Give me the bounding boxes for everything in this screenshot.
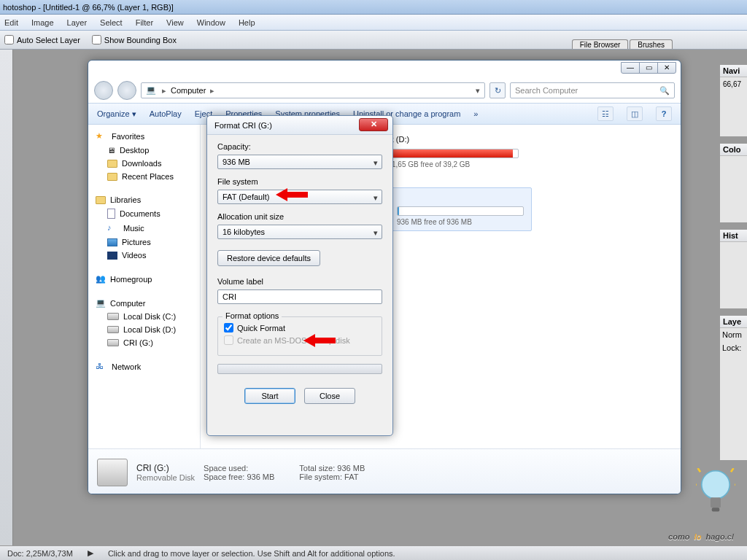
fs-label: File system	[217, 177, 382, 186]
drive-d-free: 1,65 GB free of 39,2 GB	[392, 160, 519, 168]
details-type: Removable Disk	[136, 473, 195, 482]
capacity-label: Capacity:	[217, 142, 382, 151]
annotation-arrow-quickformat	[303, 334, 336, 347]
star-icon: ★	[96, 131, 107, 141]
folder-icon	[107, 173, 117, 181]
sidebar-recent[interactable]: Recent Places	[96, 170, 200, 183]
computer-icon: 💻	[96, 298, 106, 308]
videos-icon	[107, 252, 117, 260]
panel-color[interactable]: Colo	[720, 144, 747, 156]
menu-edit[interactable]: Edit	[4, 18, 18, 27]
help-button[interactable]: ?	[656, 106, 672, 121]
document-icon	[107, 209, 115, 219]
volume-label-label: Volume label	[217, 277, 382, 286]
preview-pane-button[interactable]: ◫	[627, 106, 643, 121]
sidebar-computer[interactable]: 💻Computer	[96, 296, 200, 310]
quick-format-checkbox[interactable]: Quick Format	[224, 323, 376, 332]
view-menu[interactable]: ☷	[597, 106, 614, 121]
folder-icon	[107, 160, 117, 168]
svg-rect-2	[712, 508, 720, 511]
photoshop-statusbar: Doc: 2,25M/3,73M ▶ Click and drag to mov…	[0, 545, 747, 560]
sidebar-pictures[interactable]: Pictures	[96, 236, 200, 249]
msdos-checkbox: Create an MS-DOS startup disk	[224, 335, 376, 345]
search-input[interactable]: Search Computer 🔍	[510, 82, 675, 98]
sidebar-music[interactable]: ♪Music	[96, 221, 200, 236]
details-pane: CRI (G:) Removable Disk Space used: Spac…	[88, 448, 681, 494]
opt-bounding[interactable]: Show Bounding Box	[92, 35, 177, 44]
sidebar-network[interactable]: 🖧Network	[96, 359, 200, 374]
status-hint: Click and drag to move layer or selectio…	[108, 549, 395, 558]
menu-view[interactable]: View	[166, 18, 184, 27]
breadcrumb[interactable]: 💻 ▸ Computer ▸ ▾	[141, 82, 485, 98]
homegroup-icon: 👥	[96, 274, 106, 284]
photoshop-options: Auto Select Layer Show Bounding Box File…	[0, 31, 747, 50]
close-button[interactable]: ✕	[657, 62, 676, 74]
status-doc: Doc: 2,25M/3,73M	[7, 549, 73, 558]
format-close-button[interactable]: ✕	[359, 118, 388, 131]
sidebar-cri-g[interactable]: CRI (G:)	[96, 336, 200, 349]
minimize-button[interactable]: —	[621, 62, 640, 74]
details-drive-icon	[97, 459, 128, 486]
alloc-label: Allocation unit size	[217, 212, 382, 221]
allocation-select[interactable]: 16 kilobytes	[217, 225, 382, 239]
drive-icon	[107, 326, 119, 333]
sidebar-videos[interactable]: Videos	[96, 249, 200, 262]
photoshop-titlebar: hotoshop - [Untitled-1 @ 66,7% (Layer 1,…	[0, 0, 747, 15]
libraries-icon	[96, 196, 106, 204]
back-button[interactable]	[94, 81, 113, 100]
music-icon: ♪	[107, 223, 119, 233]
format-titlebar[interactable]: Format CRI (G:) ✕	[207, 116, 392, 135]
maximize-button[interactable]: ▭	[639, 62, 658, 74]
drive-d-bar	[392, 149, 519, 158]
drive-g-bar	[397, 206, 524, 216]
details-name: CRI (G:)	[136, 463, 195, 473]
refresh-button[interactable]: ↻	[489, 82, 506, 98]
sidebar-desktop[interactable]: 🖥Desktop	[96, 144, 200, 157]
sidebar-disk-c[interactable]: Local Disk (C:)	[96, 310, 200, 323]
autoplay-button[interactable]: AutoPlay	[150, 109, 182, 118]
menu-image[interactable]: Image	[31, 18, 54, 27]
search-icon: 🔍	[659, 86, 670, 96]
desktop-icon: 🖥	[107, 146, 115, 155]
sidebar-documents[interactable]: Documents	[96, 206, 200, 221]
drive-icon	[107, 313, 119, 320]
format-options-title: Format options	[222, 311, 282, 320]
start-button[interactable]: Start	[244, 388, 295, 404]
format-dialog: Format CRI (G:) ✕ Capacity: 936 MB File …	[206, 115, 393, 436]
pictures-icon	[107, 238, 117, 246]
volume-label-input[interactable]: CRI	[217, 289, 382, 304]
drive-g-free: 936 MB free of 936 MB	[397, 218, 524, 226]
menu-help[interactable]: Help	[239, 18, 255, 27]
opt-autoselect[interactable]: Auto Select Layer	[4, 35, 80, 44]
menu-window[interactable]: Window	[197, 18, 225, 27]
annotation-arrow-filesystem	[276, 188, 308, 201]
tab-file-browser[interactable]: File Browser	[572, 39, 629, 49]
forward-button[interactable]	[117, 81, 136, 100]
panel-navigator[interactable]: Navi	[720, 65, 747, 77]
computer-icon: 💻	[146, 85, 158, 96]
explorer-sidebar: ★Favorites 🖥Desktop Downloads Recent Pla…	[88, 125, 201, 448]
photoshop-panels: Navi66,67 Colo Hist LayeNormLock:	[719, 64, 747, 545]
close-button[interactable]: Close	[304, 388, 355, 404]
network-icon: 🖧	[96, 362, 107, 372]
restore-defaults-button[interactable]: Restore device defaults	[217, 250, 320, 266]
photoshop-menubar: Edit Image Layer Select Filter View Wind…	[0, 15, 747, 31]
menu-layer[interactable]: Layer	[67, 18, 88, 27]
tab-brushes[interactable]: Brushes	[630, 39, 673, 49]
drive-icon	[107, 339, 119, 346]
sidebar-downloads[interactable]: Downloads	[96, 157, 200, 170]
panel-history[interactable]: Hist	[720, 230, 747, 242]
toolbar-overflow[interactable]: »	[473, 109, 478, 118]
sidebar-favorites[interactable]: ★Favorites	[96, 129, 200, 144]
format-progress	[217, 364, 382, 374]
sidebar-libraries[interactable]: Libraries	[96, 193, 200, 206]
organize-menu[interactable]: Organize ▾	[97, 109, 136, 119]
menu-filter[interactable]: Filter	[136, 18, 153, 27]
panel-layers[interactable]: Laye	[720, 316, 747, 328]
capacity-select[interactable]: 936 MB	[217, 155, 382, 169]
photoshop-canvas-edge	[0, 50, 13, 545]
breadcrumb-computer[interactable]: Computer	[171, 86, 206, 95]
sidebar-disk-d[interactable]: Local Disk (D:)	[96, 323, 200, 336]
menu-select[interactable]: Select	[100, 18, 123, 27]
sidebar-homegroup[interactable]: 👥Homegroup	[96, 272, 200, 286]
